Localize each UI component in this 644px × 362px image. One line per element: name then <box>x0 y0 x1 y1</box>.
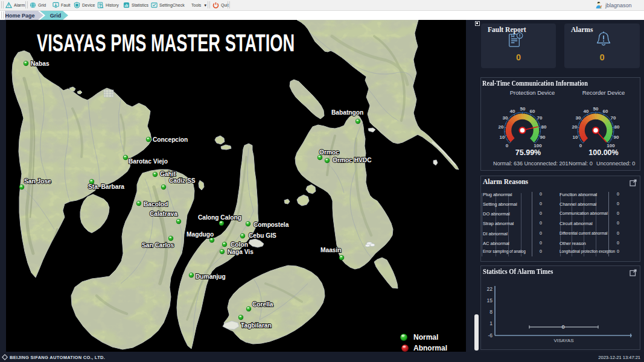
svg-text:Magdugo: Magdugo <box>187 231 214 238</box>
svg-text:Babatngon: Babatngon <box>331 109 363 116</box>
svg-text:Calong Calong: Calong Calong <box>198 214 241 221</box>
svg-text:Corella: Corella <box>252 301 273 308</box>
svg-text:Cadiz SS: Cadiz SS <box>169 177 196 184</box>
svg-text:22: 22 <box>487 286 493 292</box>
svg-text:Sta. Barbara: Sta. Barbara <box>88 183 124 190</box>
svg-text:Ormoc HVDC: Ormoc HVDC <box>333 157 372 164</box>
svg-text:San Carlos: San Carlos <box>142 242 174 249</box>
svg-text:100: 100 <box>607 143 615 148</box>
svg-text:1: 1 <box>489 320 493 326</box>
svg-text:-6: -6 <box>488 332 493 338</box>
svg-text:Home Page: Home Page <box>5 13 34 19</box>
svg-text:VISAYAS PMS MASTER STATION: VISAYAS PMS MASTER STATION <box>37 29 295 56</box>
svg-text:Cebu GIS: Cebu GIS <box>249 232 276 239</box>
svg-text:Naga Vis: Naga Vis <box>228 249 253 255</box>
svg-text:40: 40 <box>584 109 589 114</box>
svg-text:10: 10 <box>500 135 505 140</box>
svg-text:VISAYAS: VISAYAS <box>553 338 573 343</box>
svg-text:Concepcion: Concepcion <box>153 136 188 143</box>
svg-text:60: 60 <box>530 109 535 114</box>
svg-text:70: 70 <box>537 115 543 121</box>
svg-text:90: 90 <box>540 135 546 140</box>
svg-text:Compostela: Compostela <box>253 221 289 228</box>
svg-text:30: 30 <box>503 115 508 121</box>
svg-text:Gahit: Gahit <box>160 171 176 177</box>
svg-text:100: 100 <box>534 143 542 148</box>
svg-text:40: 40 <box>510 109 515 114</box>
svg-text:Abnormal: Abnormal <box>413 344 447 352</box>
svg-text:Normal: Normal <box>413 333 438 341</box>
svg-text:Maasin: Maasin <box>320 247 342 253</box>
svg-text:0: 0 <box>562 324 565 330</box>
svg-text:50: 50 <box>520 106 526 112</box>
svg-text:0: 0 <box>506 143 509 148</box>
svg-text:80: 80 <box>541 124 547 130</box>
svg-text:Bacolod: Bacolod <box>144 201 168 208</box>
svg-text:Ormoc: Ormoc <box>319 149 339 156</box>
svg-text:Nabas: Nabas <box>31 60 49 67</box>
svg-text:Tagbilaran: Tagbilaran <box>241 322 272 329</box>
svg-text:Barotac Viejo: Barotac Viejo <box>129 158 168 165</box>
svg-text:20: 20 <box>572 124 578 130</box>
svg-text:90: 90 <box>614 135 619 140</box>
svg-text:10: 10 <box>573 135 578 140</box>
svg-text:30: 30 <box>576 115 581 121</box>
svg-text:15: 15 <box>487 297 493 303</box>
svg-text:0: 0 <box>579 143 582 148</box>
svg-text:Colon: Colon <box>231 241 248 248</box>
svg-text:20: 20 <box>499 124 504 130</box>
svg-text:Calatrava: Calatrava <box>150 211 177 217</box>
svg-text:8: 8 <box>489 309 493 315</box>
svg-text:Dumanjug: Dumanjug <box>196 273 226 280</box>
svg-text:50: 50 <box>593 106 599 112</box>
svg-text:60: 60 <box>603 109 608 114</box>
svg-text:San Jose: San Jose <box>24 178 51 185</box>
svg-text:70: 70 <box>611 115 616 121</box>
svg-text:Grid: Grid <box>50 13 62 19</box>
svg-text:80: 80 <box>614 124 620 130</box>
